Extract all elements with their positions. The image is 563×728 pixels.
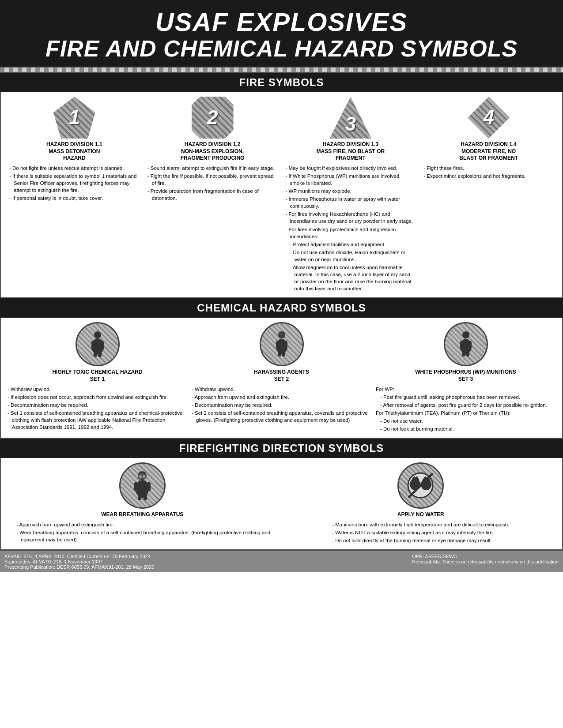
svg-rect-24: [134, 482, 138, 491]
page-footer: AFVA91-216, 4 APRIL 2012, Certified Curr…: [0, 550, 563, 572]
no-water-symbol-wrap: [286, 462, 556, 509]
hazard-2-title: HAZARD DIVISION 1.2 NON-MASS EXPLOSION, …: [147, 141, 278, 162]
hazard-symbol-wrap-2: 2: [147, 97, 278, 139]
breathing-apparatus-symbol: [119, 462, 166, 509]
hazard-col-4: 4 HAZARD DIVISION 1.4 MODERATE FIRE, NO …: [422, 97, 555, 293]
hazard-4-text: - Fight these fires. - Expect minor expl…: [423, 165, 525, 180]
svg-rect-10: [278, 350, 281, 356]
chem-symbol-wrap-2: [192, 322, 371, 366]
hazard-3-number: 3: [345, 113, 356, 135]
svg-rect-26: [138, 493, 141, 500]
breathing-apparatus-icon: [126, 469, 159, 502]
chem-3-symbol: [444, 322, 488, 366]
chem-section-header: CHEMICAL HAZARD SYMBOLS: [0, 298, 563, 318]
fire-dir-section-content: WEAR BREATHING APPARATUS - Approach from…: [0, 458, 563, 550]
hazard-2-symbol: 2: [192, 97, 234, 139]
hazard-1-title: HAZARD DIVISION 1.1 MASS DETONATION HAZA…: [9, 141, 140, 162]
white-phosphorus-icon: [450, 329, 481, 360]
no-water-symbol: [397, 462, 444, 509]
fire-dir-grid: WEAR BREATHING APPARATUS - Approach from…: [8, 462, 555, 545]
footer-line-3: Prescribing Publication: DESR 6055.09, A…: [4, 564, 154, 570]
hazard-symbol-wrap-1: 1: [9, 97, 140, 139]
hazard-4-title: HAZARD DIVISION 1.4 MODERATE FIRE, NO BL…: [423, 141, 554, 162]
footer-right: OPR: AFSEC/SEWC Releasability: There is …: [412, 554, 559, 570]
hazard-4-number: 4: [483, 106, 494, 128]
svg-rect-2: [91, 341, 95, 350]
hazard-3-title: HAZARD DIVISION 1.3 MASS FIRE, NO BLAST …: [286, 141, 416, 162]
footer-left: AFVA91-216, 4 APRIL 2012, Certified Curr…: [4, 554, 154, 570]
hazard-2-text: - Sound alarm; attempt to extinguish fir…: [147, 165, 278, 203]
hazard-1-text: - Do not fight fire unless rescue attemp…: [9, 165, 140, 203]
fire-section-content: 1 HAZARD DIVISION 1.1 MASS DETONATION HA…: [0, 92, 563, 298]
chem-3-title: WHITE PHOSPHORUS (WP) MUNITIONS SET 3: [376, 369, 555, 383]
hazard-col-1: 1 HAZARD DIVISION 1.1 MASS DETONATION HA…: [8, 97, 141, 293]
footer-line-2: Supersedes: AFVA 91-216, 1 November 1997: [4, 559, 154, 564]
svg-rect-8: [276, 341, 279, 349]
svg-rect-27: [144, 493, 147, 500]
svg-rect-17: [462, 350, 465, 356]
svg-rect-9: [284, 341, 287, 349]
hazard-3-text: - May be fought if explosives not direct…: [286, 165, 416, 293]
hazard-symbol-wrap-4: 4: [423, 97, 554, 139]
footer-releasability: Releasability: There is no releasability…: [412, 559, 559, 564]
fire-dir-section-header: FIREFIGHTING DIRECTION SYMBOLS: [0, 439, 563, 458]
svg-point-22: [143, 475, 145, 478]
no-water-icon: [404, 469, 437, 502]
fire-dir-col-2: APPLY NO WATER - Munitions burn with ext…: [286, 462, 556, 545]
chem-symbol-wrap-1: [8, 322, 187, 366]
fire-dir-2-title: APPLY NO WATER: [286, 511, 556, 518]
chem-section-content: HIGHLY TOXIC CHEMICAL HAZARD SET 1 - Wit…: [0, 318, 563, 439]
chem-2-text: - Withdraw upwind. - Approach from upwin…: [192, 386, 371, 424]
chem-1-text: - Withdraw upwind. - If explosion does n…: [8, 386, 187, 432]
fire-dir-1-title: WEAR BREATHING APPARATUS: [8, 511, 277, 518]
svg-point-12: [279, 332, 285, 338]
page-header: USAF EXPLOSIVES FIRE AND CHEMICAL HAZARD…: [0, 0, 563, 67]
svg-rect-16: [469, 341, 472, 349]
breathing-apparatus-symbol-wrap: [8, 462, 277, 509]
decorative-border: [0, 67, 563, 73]
hazard-1-symbol: 1: [53, 97, 95, 139]
chem-col-1: HIGHLY TOXIC CHEMICAL HAZARD SET 1 - Wit…: [8, 322, 187, 433]
fire-section-header: FIRE SYMBOLS: [0, 73, 563, 92]
header-title2: FIRE AND CHEMICAL HAZARD SYMBOLS: [4, 36, 559, 61]
svg-point-21: [139, 475, 142, 478]
svg-rect-5: [98, 350, 102, 357]
svg-rect-25: [147, 482, 151, 491]
hazard-4-symbol: 4: [468, 97, 510, 139]
svg-rect-4: [94, 350, 97, 357]
header-title1: USAF EXPLOSIVES: [4, 8, 559, 36]
svg-rect-15: [460, 341, 463, 349]
chem-symbol-wrap-3: [376, 322, 555, 366]
chem-1-symbol: [76, 322, 120, 366]
chem-col-2: HARASSING AGENTS SET 2 - Withdraw upwind…: [192, 322, 371, 433]
svg-rect-18: [466, 350, 469, 356]
chem-col-3: WHITE PHOSPHORUS (WP) MUNITIONS SET 3 Fo…: [376, 322, 555, 433]
chem-2-title: HARASSING AGENTS SET 2: [192, 369, 371, 383]
hazard-col-2: 2 HAZARD DIVISION 1.2 NON-MASS EXPLOSION…: [146, 97, 280, 293]
fire-dir-col-1: WEAR BREATHING APPARATUS - Approach from…: [8, 462, 277, 545]
fire-dir-2-text: - Munitions burn with extremely high tem…: [332, 521, 509, 545]
footer-line-1: AFVA91-216, 4 APRIL 2012, Certified Curr…: [4, 554, 154, 559]
hazard-3-symbol: 3: [329, 97, 371, 139]
svg-rect-3: [100, 341, 104, 350]
chem-3-text: For WP: - Post fire guard until leaking …: [376, 386, 547, 434]
hazard-symbol-wrap-3: 3: [286, 97, 416, 139]
highly-toxic-icon: [82, 329, 113, 360]
hazard-col-3: 3 HAZARD DIVISION 1.3 MASS FIRE, NO BLAS…: [284, 97, 418, 293]
svg-point-0: [94, 331, 101, 338]
harassing-agents-icon: [266, 329, 297, 360]
svg-rect-11: [282, 350, 285, 356]
hazard-1-number: 1: [69, 106, 79, 128]
chem-2-symbol: [260, 322, 304, 366]
fire-dir-1-text: - Approach from upwind and extinguish fi…: [8, 521, 277, 544]
chem-symbols-grid: HIGHLY TOXIC CHEMICAL HAZARD SET 1 - Wit…: [8, 322, 555, 433]
hazard-2-number: 2: [207, 106, 218, 128]
footer-opr: OPR: AFSEC/SEWC: [412, 554, 559, 559]
svg-point-13: [462, 331, 469, 338]
fire-symbols-grid: 1 HAZARD DIVISION 1.1 MASS DETONATION HA…: [8, 97, 555, 293]
chem-1-title: HIGHLY TOXIC CHEMICAL HAZARD SET 1: [8, 369, 187, 383]
